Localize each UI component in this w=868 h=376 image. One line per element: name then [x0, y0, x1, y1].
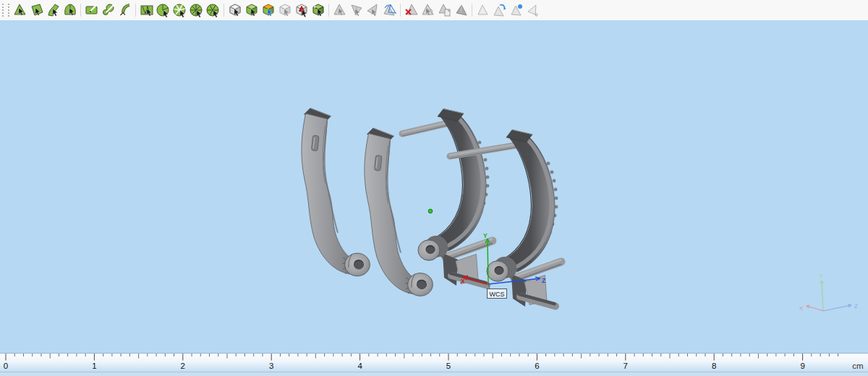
- main-toolbar: [0, 0, 868, 20]
- toolbar-button-select-spheres[interactable]: [101, 1, 116, 19]
- svg-text:1: 1: [92, 362, 96, 370]
- toolbar-button-select-curve[interactable]: [117, 1, 133, 19]
- select-pie-icon: [156, 3, 171, 17]
- cube-green-icon: [244, 3, 259, 17]
- select-pie-8-icon: [190, 3, 204, 17]
- toolbar-button-cube-orange-top[interactable]: [260, 1, 276, 19]
- tri-gray-tilt-icon: [366, 3, 380, 17]
- toolbar-button-tri-outline[interactable]: [475, 1, 491, 19]
- triad-z-label: Z: [854, 303, 858, 309]
- toolbar-button-cube-green[interactable]: [244, 1, 260, 19]
- tri-gray-page-icon: [438, 3, 452, 17]
- triad-x-label: X: [799, 305, 804, 312]
- tri-blue-point-icon: [509, 3, 524, 17]
- cube-red-marker-icon: [294, 3, 309, 17]
- toolbar-button-select-mesh[interactable]: [139, 1, 155, 19]
- toolbar-button-tri-outline-tilt[interactable]: [525, 1, 541, 19]
- toolbar-button-select-pie-6[interactable]: [205, 1, 221, 19]
- wcs-x-axis-label: X: [461, 278, 465, 285]
- toolbar-button-select-curved-face[interactable]: [46, 1, 61, 19]
- toolbar-grip-handle[interactable]: [2, 4, 9, 17]
- toolbar-button-select-quad[interactable]: [29, 1, 45, 19]
- triad-z-axis: [823, 304, 851, 311]
- toolbar-button-cube-green-solid[interactable]: [310, 1, 326, 19]
- tri-red-delete-icon: [404, 3, 419, 17]
- toolbar-button-select-pinwheel[interactable]: [172, 1, 188, 19]
- toolbar-separator: [328, 4, 329, 17]
- origin-point[interactable]: [428, 209, 433, 213]
- viewport-3d[interactable]: Y X Z WCS Y X Z: [0, 20, 868, 353]
- wcs-label: WCS: [490, 291, 505, 298]
- toolbar-button-tri-blue-point[interactable]: [509, 1, 524, 19]
- select-spheres-icon: [101, 3, 116, 17]
- toolbar-button-cube-red-marker[interactable]: [294, 1, 310, 19]
- svg-text:5: 5: [446, 362, 451, 370]
- toolbar-separator: [472, 4, 472, 17]
- toolbar-button-tri-gray-flip[interactable]: [349, 1, 365, 19]
- view-orientation-triad[interactable]: Y X Z: [799, 273, 858, 312]
- triad-y-axis: [820, 281, 824, 311]
- ruler-unit-label: cm: [852, 362, 863, 370]
- select-curved-face-icon: [46, 3, 61, 17]
- tri-gray-solid-icon: [454, 3, 469, 17]
- part-curved-arm-right[interactable]: [365, 128, 433, 296]
- tri-outline-icon: [476, 3, 490, 17]
- toolbar-button-tri-gray-hatch[interactable]: [420, 1, 436, 19]
- toolbar-icon-strip: [12, 1, 541, 19]
- tri-outline-tilt-icon: [526, 3, 540, 17]
- toolbar-separator: [135, 4, 136, 17]
- toolbar-button-tri-gray-cursor[interactable]: [332, 1, 348, 19]
- toolbar-button-tri-gray-tilt[interactable]: [365, 1, 381, 19]
- svg-text:8: 8: [712, 362, 716, 370]
- toolbar-separator: [80, 4, 81, 17]
- toolbar-button-tri-gray-solid[interactable]: [454, 1, 469, 19]
- triad-y-label: Y: [819, 273, 823, 279]
- toolbar-button-select-pie-8[interactable]: [189, 1, 205, 19]
- tri-blue-overlay-icon: [383, 3, 397, 17]
- toolbar-button-cube-pale[interactable]: [277, 1, 293, 19]
- select-mesh-icon: [140, 3, 154, 17]
- ruler-ticks: 0123456789: [4, 354, 838, 370]
- toolbar-button-tri-red-delete[interactable]: [404, 1, 420, 19]
- select-pie-6-icon: [206, 3, 221, 17]
- wcs-z-axis-label: Z: [542, 277, 545, 284]
- svg-text:2: 2: [181, 362, 185, 370]
- select-quad-icon: [30, 3, 44, 17]
- select-shell-icon: [63, 3, 77, 17]
- wcs-y-axis-label: Y: [483, 232, 488, 239]
- svg-text:7: 7: [624, 362, 628, 370]
- tri-gray-flip-icon: [349, 3, 364, 17]
- toolbar-button-select-shell[interactable]: [62, 1, 78, 19]
- svg-text:0: 0: [4, 362, 8, 370]
- toolbar-button-select-pie[interactable]: [156, 1, 171, 19]
- toolbar-button-select-triangle[interactable]: [12, 1, 28, 19]
- toolbar-separator: [224, 4, 224, 17]
- toolbar-separator: [400, 4, 401, 17]
- select-curve-icon: [118, 3, 132, 17]
- svg-text:9: 9: [800, 362, 804, 370]
- select-triangle-icon: [13, 3, 27, 17]
- cad-application-window: Y X Z WCS Y X Z: [0, 0, 868, 376]
- toolbar-button-tri-blue-overlay[interactable]: [382, 1, 398, 19]
- select-rectangle-icon: [85, 3, 99, 17]
- horizontal-ruler: 0123456789 cm: [0, 353, 868, 372]
- cube-white-icon: [228, 3, 242, 17]
- svg-text:4: 4: [357, 362, 362, 370]
- cube-orange-top-icon: [261, 3, 276, 17]
- part-frame-assembly-left[interactable]: [418, 109, 493, 286]
- tri-blue-rotate-icon: [493, 3, 507, 17]
- svg-text:6: 6: [535, 362, 539, 370]
- toolbar-button-cube-white[interactable]: [227, 1, 243, 19]
- tri-gray-cursor-icon: [333, 3, 347, 17]
- model-scene: Y X Z WCS Y X Z: [0, 20, 868, 353]
- triad-x-axis: [807, 305, 823, 311]
- toolbar-button-tri-gray-page[interactable]: [437, 1, 453, 19]
- part-curved-arm-left[interactable]: [302, 108, 370, 276]
- svg-text:3: 3: [269, 362, 273, 370]
- select-pinwheel-icon: [173, 3, 187, 17]
- toolbar-button-select-rectangle[interactable]: [84, 1, 100, 19]
- toolbar-button-tri-blue-rotate[interactable]: [492, 1, 508, 19]
- cube-green-solid-icon: [311, 3, 326, 17]
- cube-pale-icon: [278, 3, 292, 17]
- tri-gray-hatch-icon: [421, 3, 435, 17]
